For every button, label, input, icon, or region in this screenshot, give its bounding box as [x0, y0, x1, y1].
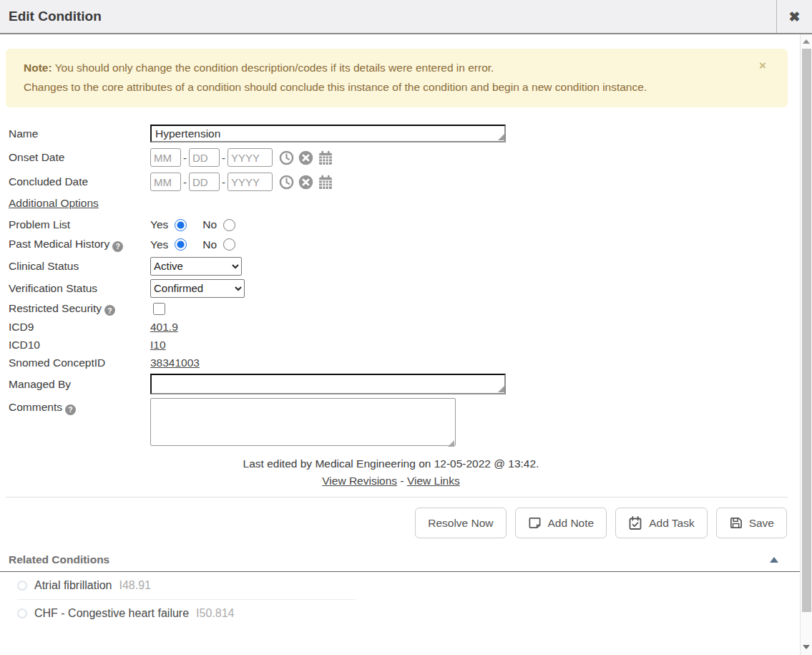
- concluded-date-label: Concluded Date: [9, 175, 150, 188]
- snomed-label: Snomed ConceptID: [9, 356, 150, 369]
- problem-list-no-label: No: [202, 218, 217, 231]
- verification-status-label: Verification Status: [9, 282, 150, 295]
- comments-textarea[interactable]: [150, 398, 456, 446]
- save-button[interactable]: Save: [716, 508, 787, 538]
- resolve-now-label: Resolve Now: [428, 517, 493, 530]
- add-note-button[interactable]: Add Note: [515, 508, 607, 538]
- scroll-up-arrow-icon[interactable]: [803, 39, 810, 44]
- managed-by-label: Managed By: [9, 378, 150, 391]
- onset-calendar-icon[interactable]: [318, 150, 333, 165]
- problem-list-yes-label: Yes: [150, 218, 168, 231]
- calendar-check-icon: [628, 516, 642, 530]
- name-input[interactable]: [150, 125, 506, 142]
- concluded-month-input[interactable]: [150, 173, 181, 191]
- last-edited-text: Last edited by Medical Engineering on 12…: [0, 457, 782, 470]
- comments-label-text: Comments: [9, 401, 62, 413]
- past-medical-history-label: Past Medical History?: [9, 238, 150, 252]
- concluded-time-icon[interactable]: [279, 175, 294, 190]
- onset-date-label: Onset Date: [9, 151, 150, 164]
- problem-list-no-radio[interactable]: [223, 219, 235, 231]
- close-button[interactable]: ✖: [776, 0, 812, 33]
- managed-by-input[interactable]: [150, 374, 506, 394]
- concluded-calendar-icon[interactable]: [318, 175, 333, 190]
- close-icon: ✖: [789, 9, 801, 25]
- scrollbar-thumb[interactable]: [802, 49, 811, 612]
- date-separator: -: [183, 176, 187, 188]
- floppy-disk-icon: [729, 516, 743, 530]
- concluded-clear-icon[interactable]: [298, 175, 313, 190]
- pmh-yes-label: Yes: [150, 238, 168, 251]
- problem-list-label: Problem List: [9, 218, 150, 231]
- restricted-security-checkbox[interactable]: [153, 303, 165, 315]
- related-condition-name: CHF - Congestive heart failure: [34, 607, 189, 620]
- icd9-label: ICD9: [9, 321, 150, 334]
- related-condition-code: I50.814: [196, 607, 234, 620]
- related-condition-row[interactable]: CHF - Congestive heart failure I50.814: [0, 600, 800, 627]
- related-condition-radio[interactable]: [17, 608, 27, 618]
- pmh-no-label: No: [202, 238, 217, 251]
- concluded-day-input[interactable]: [189, 173, 220, 191]
- note-text-2: Changes to the core attributes of a cond…: [24, 81, 647, 93]
- note-text-1: You should only change the condition des…: [55, 62, 494, 74]
- edit-condition-form: Name Onset Date - -: [9, 125, 800, 449]
- note-label: Note:: [24, 62, 52, 74]
- restricted-security-help-icon[interactable]: ?: [104, 305, 115, 316]
- onset-day-input[interactable]: [189, 148, 220, 167]
- related-conditions-title: Related Conditions: [9, 553, 109, 566]
- date-separator: -: [222, 176, 225, 188]
- clinical-status-select[interactable]: Active: [150, 257, 242, 276]
- pmh-yes-radio[interactable]: [175, 238, 187, 251]
- icd9-link[interactable]: 401.9: [150, 321, 178, 334]
- related-condition-code: I48.91: [119, 579, 150, 592]
- icd10-label: ICD10: [9, 339, 150, 351]
- onset-year-input[interactable]: [228, 148, 273, 167]
- restricted-security-label-text: Restricted Security: [9, 302, 102, 314]
- view-revisions-link[interactable]: View Revisions: [322, 475, 397, 487]
- icd10-link[interactable]: I10: [150, 339, 166, 351]
- related-condition-radio[interactable]: [17, 581, 27, 591]
- name-label: Name: [9, 127, 150, 140]
- add-task-label: Add Task: [649, 517, 694, 530]
- additional-options-link[interactable]: Additional Options: [9, 197, 99, 210]
- clinical-status-label: Clinical Status: [9, 260, 150, 273]
- past-medical-history-help-icon[interactable]: ?: [112, 241, 123, 252]
- onset-month-input[interactable]: [150, 148, 181, 167]
- problem-list-yes-radio[interactable]: [175, 219, 187, 231]
- comments-help-icon[interactable]: ?: [65, 404, 76, 415]
- pmh-no-radio[interactable]: [223, 238, 235, 251]
- add-note-label: Add Note: [548, 517, 595, 530]
- date-separator: -: [222, 152, 225, 164]
- related-conditions-section: Related Conditions Atrial fibrillation I…: [0, 553, 800, 627]
- add-task-button[interactable]: Add Task: [615, 508, 707, 538]
- save-label: Save: [749, 517, 774, 530]
- footer-divider: [6, 497, 788, 498]
- vertical-scrollbar: [800, 34, 812, 655]
- page-title: Edit Condition: [0, 0, 776, 33]
- links-separator: -: [400, 475, 403, 487]
- verification-status-select[interactable]: Confirmed: [150, 279, 245, 298]
- note-icon: [528, 516, 542, 530]
- resolve-now-button[interactable]: Resolve Now: [415, 508, 506, 538]
- past-medical-history-label-text: Past Medical History: [9, 238, 109, 250]
- onset-time-icon[interactable]: [279, 150, 294, 165]
- comments-label: Comments?: [9, 401, 150, 415]
- related-condition-row[interactable]: Atrial fibrillation I48.91: [0, 572, 800, 599]
- note-dismiss-button[interactable]: ×: [759, 56, 766, 75]
- related-condition-name: Atrial fibrillation: [34, 579, 112, 592]
- note-banner: Note: You should only change the conditi…: [6, 49, 788, 107]
- date-separator: -: [183, 152, 187, 164]
- onset-clear-icon[interactable]: [298, 150, 313, 165]
- scroll-down-arrow-icon[interactable]: [803, 645, 810, 649]
- view-links-link[interactable]: View Links: [407, 475, 460, 487]
- dialog-header: Edit Condition ✖: [0, 0, 812, 34]
- dismiss-icon: ×: [759, 59, 766, 72]
- caret-up-icon[interactable]: [770, 557, 778, 563]
- snomed-link[interactable]: 38341003: [150, 356, 200, 369]
- restricted-security-label: Restricted Security?: [9, 302, 150, 316]
- action-button-row: Resolve Now Add Note Add Task Save: [0, 508, 787, 538]
- concluded-year-input[interactable]: [228, 173, 273, 191]
